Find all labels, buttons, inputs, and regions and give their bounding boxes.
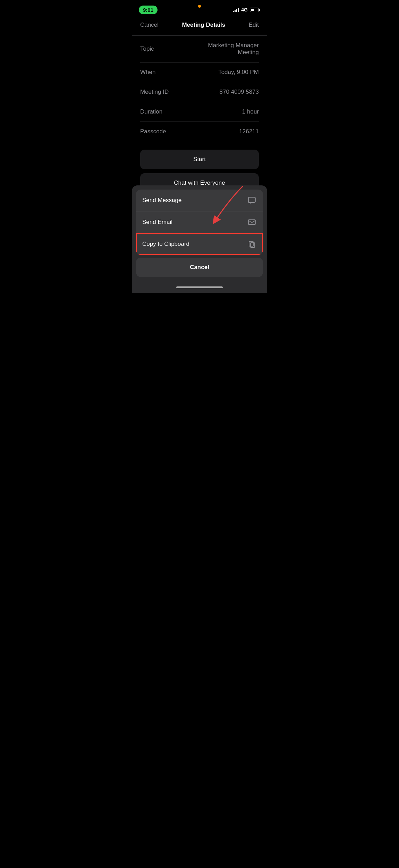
meeting-details-section: Topic Marketing Manager Meeting When Tod… (132, 36, 267, 141)
meeting-id-label: Meeting ID (140, 89, 169, 95)
start-button[interactable]: Start (140, 150, 259, 169)
signal-bar-2 (235, 10, 236, 12)
share-option-send-email[interactable]: Send Email (136, 211, 263, 233)
topic-label: Topic (140, 45, 154, 52)
duration-value: 1 hour (242, 108, 259, 115)
home-indicator (132, 281, 267, 293)
signal-bar-1 (233, 11, 234, 12)
copy-clipboard-label: Copy to Clipboard (142, 241, 189, 248)
network-type: 4G (241, 7, 248, 12)
edit-button[interactable]: Edit (249, 22, 259, 28)
share-sheet: Send Message Send Email (132, 185, 267, 293)
status-time: 9:01 (139, 6, 158, 14)
svg-rect-0 (248, 197, 255, 202)
when-label: When (140, 69, 155, 76)
passcode-value: 126211 (239, 128, 259, 135)
share-option-send-message[interactable]: Send Message (136, 190, 263, 211)
nav-header: Cancel Meeting Details Edit (132, 17, 267, 35)
svg-rect-3 (251, 243, 255, 248)
signal-bars (233, 7, 239, 12)
battery-body (250, 8, 258, 12)
topic-value: Marketing Manager Meeting (188, 42, 259, 56)
detail-row-topic: Topic Marketing Manager Meeting (140, 36, 259, 62)
battery (250, 8, 260, 12)
share-option-copy-clipboard[interactable]: Copy to Clipboard (136, 233, 263, 255)
meeting-id-value: 870 4009 5873 (220, 89, 259, 95)
detail-row-passcode: Passcode 126211 (140, 122, 259, 141)
email-icon (247, 217, 257, 227)
signal-bar-4 (238, 8, 239, 12)
passcode-label: Passcode (140, 128, 166, 135)
clipboard-icon (247, 239, 257, 249)
status-right: 4G (233, 7, 260, 12)
send-email-label: Send Email (142, 219, 172, 226)
share-sheet-overlay: Send Message Send Email (132, 185, 267, 293)
status-bar: 9:01 4G (132, 0, 267, 17)
cancel-button[interactable]: Cancel (140, 22, 159, 28)
detail-row-duration: Duration 1 hour (140, 102, 259, 122)
svg-rect-2 (249, 241, 253, 246)
signal-bar-3 (236, 9, 237, 12)
battery-fill (251, 9, 254, 11)
send-message-label: Send Message (142, 197, 181, 204)
duration-label: Duration (140, 108, 162, 115)
message-icon (247, 195, 257, 205)
home-bar (176, 286, 223, 288)
orange-dot (198, 5, 201, 8)
share-cancel-button[interactable]: Cancel (136, 258, 263, 277)
when-value: Today, 9:00 PM (218, 69, 259, 76)
share-options-list: Send Message Send Email (136, 190, 263, 255)
page-title: Meeting Details (182, 22, 225, 28)
detail-row-when: When Today, 9:00 PM (140, 62, 259, 82)
battery-tip (259, 9, 260, 11)
detail-row-meeting-id: Meeting ID 870 4009 5873 (140, 82, 259, 102)
